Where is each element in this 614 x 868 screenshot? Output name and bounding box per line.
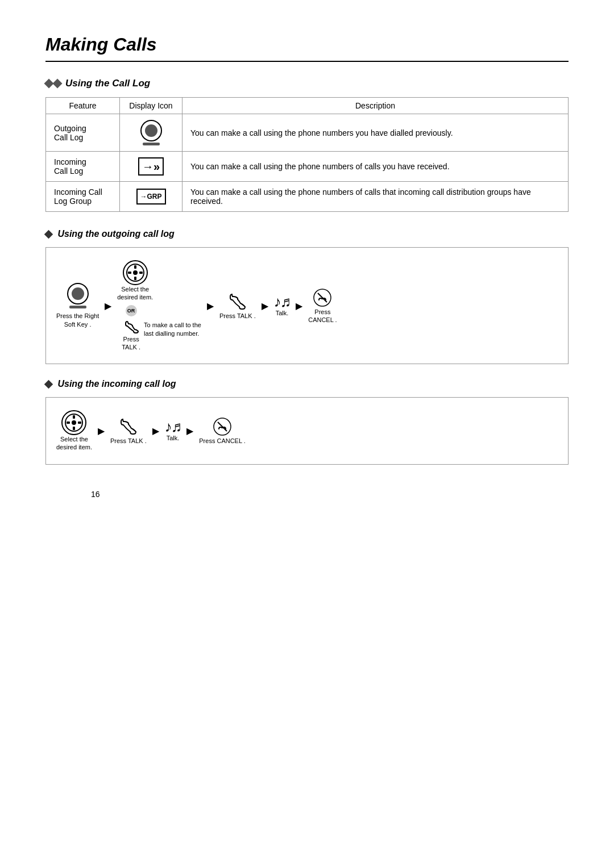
incoming-step-1: Select thedesired item. <box>56 410 92 452</box>
incoming-step1-label: Select thedesired item. <box>56 435 92 452</box>
incoming-flow-box: Select thedesired item. ▶ Press TALK . ▶… <box>45 397 569 465</box>
flow-step-2: Select thedesired item. <box>117 260 153 302</box>
section-outgoing-log: Using the outgoing call log Press the <box>45 229 569 364</box>
table-row: IncomingCall Log →» You can make a call … <box>46 152 569 182</box>
step4-label: Talk. <box>276 309 289 317</box>
svg-rect-10 <box>73 415 75 419</box>
diamond2 <box>53 79 63 89</box>
arrow-3: ▶ <box>262 301 268 311</box>
icon-incoming-cell: →» <box>120 152 182 182</box>
svg-line-15 <box>218 422 227 431</box>
section3-heading: Using the incoming call log <box>45 379 569 389</box>
table-row: Incoming CallLog Group →GRP You can make… <box>46 182 569 212</box>
sub-note: To make a call to thelast dialling numbe… <box>144 321 201 339</box>
desc-incoming: You can make a call using the phone numb… <box>182 152 569 182</box>
incoming-arrow-2: ▶ <box>152 425 159 436</box>
svg-rect-12 <box>67 422 70 424</box>
col-header-desc: Description <box>182 98 569 114</box>
incoming-talk-icon: ♪♬ <box>165 419 181 434</box>
cancel-phone-icon <box>312 287 333 308</box>
call-log-table: Feature Display Icon Description Outgoin… <box>45 97 569 212</box>
incoming-step3-label: Talk. <box>167 434 180 442</box>
single-diamond-icon2 <box>44 380 53 389</box>
svg-point-1 <box>133 270 138 275</box>
incoming-arrow-1: ▶ <box>98 425 105 436</box>
arrow-4: ▶ <box>296 301 302 311</box>
incoming-step4-label: Press CANCEL . <box>199 437 246 445</box>
flow-step-1: Press the RightSoft Key . <box>56 283 99 328</box>
table-row: OutgoingCall Log You can make a call usi… <box>46 114 569 152</box>
col-header-feature: Feature <box>46 98 120 114</box>
icon-outgoing-cell <box>120 114 182 152</box>
feature-incoming-group: Incoming CallLog Group <box>46 182 120 212</box>
incoming-step2-label: Press TALK . <box>110 437 147 445</box>
section1-heading: Using the Call Log <box>45 78 569 89</box>
outgoing-flow-row: Press the RightSoft Key . ▶ <box>56 260 558 351</box>
flow-step-4: ♪♬ Talk. <box>274 294 291 317</box>
svg-rect-4 <box>128 272 131 274</box>
arrow-1: ▶ <box>105 301 111 311</box>
feature-outgoing: OutgoingCall Log <box>46 114 120 152</box>
talk-phone-small-icon <box>123 319 139 335</box>
incoming-cancel-icon <box>212 416 233 437</box>
step1-label: Press the RightSoft Key . <box>56 312 99 328</box>
desc-outgoing: You can make a call using the phone numb… <box>182 114 569 152</box>
svg-rect-13 <box>78 422 81 424</box>
section2-heading: Using the outgoing call log <box>45 229 569 239</box>
talk-phone-icon <box>227 291 248 312</box>
step2-label: Select thedesired item. <box>117 285 153 302</box>
svg-rect-5 <box>139 272 143 274</box>
outgoing-flow-box: Press the RightSoft Key . ▶ <box>45 247 569 364</box>
feature-incoming: IncomingCall Log <box>46 152 120 182</box>
incoming-icon: →» <box>138 157 164 176</box>
or-badge: OR <box>126 305 137 316</box>
section-call-log: Using the Call Log Feature Display Icon … <box>45 78 569 212</box>
outgoing-icon <box>128 120 174 145</box>
svg-rect-11 <box>73 427 75 430</box>
page-number: 16 <box>91 490 100 499</box>
joystick-flow-icon <box>123 260 148 285</box>
svg-point-9 <box>72 420 76 425</box>
incoming-step-3: ♪♬ Talk. <box>165 419 181 442</box>
step3-label: Press TALK . <box>219 312 256 320</box>
step5-label: PressCANCEL . <box>308 308 337 324</box>
incoming-talk-phone-icon <box>118 416 139 437</box>
svg-rect-3 <box>134 277 136 280</box>
arrow-2: ▶ <box>207 301 214 311</box>
joystick-incoming-icon <box>61 410 86 435</box>
page-title: Making Calls <box>45 34 569 62</box>
desc-grp: You can make a call using the phone numb… <box>182 182 569 212</box>
outgoing-call-flow-icon <box>67 283 89 308</box>
single-diamond-icon <box>44 230 53 239</box>
incoming-arrow-3: ▶ <box>186 425 193 436</box>
flow-step-2b: PressTALK . <box>122 319 140 352</box>
svg-line-7 <box>318 293 327 302</box>
diamond-icons <box>45 80 61 87</box>
icon-grp-cell: →GRP <box>120 182 182 212</box>
incoming-step-2: Press TALK . <box>110 416 147 445</box>
incoming-flow-row: Select thedesired item. ▶ Press TALK . ▶… <box>56 410 558 452</box>
section-incoming-log: Using the incoming call log Select thede… <box>45 379 569 465</box>
talk-active-icon: ♪♬ <box>274 294 291 309</box>
incoming-step-4: Press CANCEL . <box>199 416 246 445</box>
grp-icon: →GRP <box>136 189 166 205</box>
flow-step-5: PressCANCEL . <box>308 287 337 324</box>
col-header-icon: Display Icon <box>120 98 182 114</box>
svg-rect-2 <box>134 265 136 269</box>
flow-step-3: Press TALK . <box>219 291 256 320</box>
